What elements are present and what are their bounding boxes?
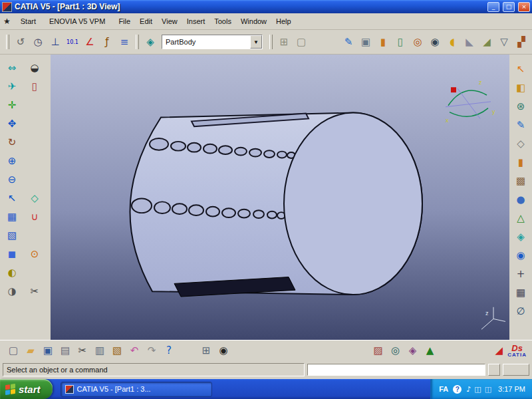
draft-icon[interactable]: ◢ — [479, 34, 495, 50]
taskbar-task-catia[interactable]: CATIA V5 - [Part1 : 3... — [61, 382, 212, 397]
cylinder-hole[interactable] — [222, 208, 235, 217]
sphere-icon[interactable]: ● — [513, 192, 529, 207]
print-preview-icon[interactable]: ⊞ — [198, 342, 214, 358]
view-cube-icon[interactable]: ◧ — [513, 80, 529, 96]
window-layout-icon[interactable]: ▢ — [293, 34, 309, 50]
fly-arrows-icon[interactable]: ⇔ — [3, 59, 21, 77]
toolbar-grip[interactable] — [136, 35, 139, 49]
language-indicator[interactable]: FA — [439, 385, 448, 393]
knowledge-icon[interactable]: ƒ — [99, 34, 115, 50]
network-icon[interactable]: ◫ — [485, 385, 491, 394]
cylinder-hole[interactable] — [253, 210, 264, 218]
swap-space-icon[interactable]: ◑ — [3, 282, 21, 301]
spacer[interactable] — [25, 152, 44, 170]
display-icon[interactable]: ◫ — [474, 385, 481, 394]
browse-icon[interactable]: ◎ — [388, 342, 404, 358]
partbody-icon[interactable]: ◈ — [142, 34, 158, 50]
cylinder-hole[interactable] — [264, 150, 275, 158]
grid-icon[interactable]: ▦ — [513, 285, 529, 301]
toolbar-grip[interactable] — [6, 35, 9, 49]
minimize-button[interactable]: _ — [487, 2, 499, 12]
window-icon[interactable] — [2, 2, 12, 12]
viewport-3d[interactable]: x y z z — [51, 55, 509, 340]
menu-help[interactable]: Help — [271, 15, 296, 27]
save-icon[interactable]: ▣ — [40, 342, 56, 358]
update-icon[interactable]: ↺ — [13, 34, 29, 50]
redo-icon[interactable]: ↷ — [144, 342, 160, 358]
target-icon[interactable]: ◈ — [405, 342, 421, 358]
menu-window[interactable]: Window — [236, 15, 271, 27]
app-menu-icon[interactable]: ★ — [3, 17, 11, 26]
cylinder-end-cap[interactable] — [284, 113, 422, 295]
axis-icon[interactable]: + — [513, 266, 529, 282]
spacer[interactable] — [25, 114, 44, 133]
multi-view-icon[interactable]: ▦ — [3, 207, 21, 226]
menu-edit[interactable]: Edit — [135, 15, 157, 27]
3d-scene[interactable]: x y z z — [51, 55, 509, 340]
close-button[interactable]: × — [518, 2, 530, 12]
pin-icon[interactable]: ⊙ — [25, 245, 44, 263]
spacer[interactable] — [25, 263, 44, 282]
catalog-icon[interactable]: ⊞ — [276, 34, 292, 50]
analysis-icon[interactable]: △ — [513, 210, 529, 226]
cylinder-hole[interactable] — [189, 205, 203, 215]
sketch-pencil-icon[interactable]: ✎ — [513, 117, 529, 133]
cylinder-hole[interactable] — [238, 209, 250, 218]
cylinder-hole[interactable] — [172, 203, 187, 214]
axis-system-icon[interactable]: ⊥ — [47, 34, 63, 50]
measure-clock-icon[interactable]: ◷ — [30, 34, 46, 50]
cylinder-hole[interactable] — [219, 146, 232, 154]
menu-tools[interactable]: Tools — [209, 15, 236, 27]
constraint-icon[interactable]: ∠ — [82, 34, 98, 50]
status-button-small[interactable] — [488, 364, 500, 376]
assembly-icon[interactable]: ▩ — [513, 173, 529, 189]
chamfer-icon[interactable]: ◣ — [462, 34, 477, 50]
cylinder-hole[interactable] — [150, 138, 168, 150]
measure-icon[interactable]: ∅ — [513, 303, 529, 319]
fit-all-icon[interactable]: ✛ — [3, 96, 21, 114]
cylinder-hole[interactable] — [277, 152, 287, 158]
dimension-values-icon[interactable]: 10.1 — [65, 34, 80, 50]
spacer[interactable] — [25, 133, 44, 152]
spacer[interactable] — [25, 226, 44, 245]
new-window-icon[interactable]: ▣ — [358, 34, 374, 50]
camera-icon[interactable]: ◉ — [215, 342, 231, 358]
shaft-icon[interactable]: ◎ — [410, 34, 426, 50]
select-arrow-icon[interactable]: ↖ — [513, 61, 529, 77]
tray-help-icon[interactable]: ? — [453, 385, 462, 394]
shaded-view-icon[interactable]: ◼ — [3, 245, 21, 263]
spacer[interactable] — [25, 170, 44, 189]
zoom-in-icon[interactable]: ⊕ — [3, 152, 21, 170]
compass-handle[interactable] — [451, 87, 456, 92]
menu-enovia[interactable]: ENOVIA V5 VPM — [45, 15, 110, 27]
menu-file[interactable]: File — [114, 15, 135, 27]
cylinder-hole[interactable] — [235, 148, 247, 156]
pattern-icon[interactable]: ▞ — [513, 34, 529, 50]
pocket-icon[interactable]: ▯ — [392, 34, 408, 50]
painter-icon[interactable]: ▨ — [370, 342, 386, 358]
chart-icon[interactable]: ▲ — [422, 342, 438, 358]
cylinder-hole[interactable] — [206, 207, 219, 217]
command-input[interactable] — [307, 364, 485, 376]
zoom-out-icon[interactable]: ⊖ — [3, 170, 21, 189]
cut-icon[interactable]: ✂ — [74, 342, 90, 358]
open-folder-icon[interactable]: ▰ — [23, 342, 39, 358]
sketcher-icon[interactable]: ✎ — [340, 34, 356, 50]
gear-icon[interactable]: ⊛ — [513, 98, 529, 114]
cylinder-hole[interactable] — [132, 198, 152, 213]
volume-icon[interactable]: ♪ — [466, 385, 471, 394]
combo-dropdown-icon[interactable]: ▼ — [250, 35, 262, 49]
rotate-icon[interactable]: ↻ — [3, 133, 21, 152]
pad-icon[interactable]: ▮ — [375, 34, 391, 50]
print-icon[interactable]: ▤ — [57, 342, 73, 358]
cylinder-hole[interactable] — [154, 201, 170, 213]
cylinder-hole[interactable] — [171, 142, 186, 151]
cylinder-part[interactable] — [130, 113, 422, 297]
normal-view-icon[interactable]: ↖ — [3, 189, 21, 207]
iso-view-icon[interactable]: ▧ — [3, 226, 21, 245]
copy-icon[interactable]: ▥ — [92, 342, 108, 358]
cylinder-hole[interactable] — [188, 143, 201, 152]
paste-icon[interactable]: ▧ — [109, 342, 125, 358]
pan-icon[interactable]: ✥ — [3, 114, 21, 133]
cylinder-hole[interactable] — [249, 149, 261, 157]
